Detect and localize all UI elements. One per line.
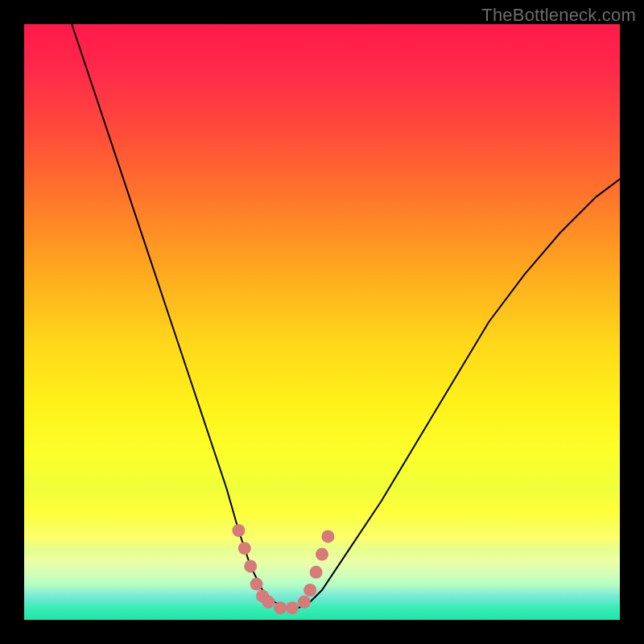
plot-area	[24, 24, 620, 620]
marker-dot	[244, 559, 257, 572]
marker-group	[232, 524, 334, 614]
chart-svg	[24, 24, 620, 620]
marker-dot	[238, 542, 251, 555]
marker-dot	[286, 601, 299, 614]
marker-dot	[310, 566, 323, 579]
marker-dot	[316, 548, 328, 561]
marker-dot	[298, 596, 311, 609]
curve-path	[72, 24, 620, 608]
marker-dot	[262, 596, 275, 609]
chart-frame: TheBottleneck.com	[0, 0, 644, 644]
marker-dot	[250, 578, 263, 591]
watermark-text: TheBottleneck.com	[481, 5, 636, 26]
marker-dot	[232, 524, 245, 537]
marker-dot	[274, 601, 287, 614]
marker-dot	[321, 530, 334, 543]
marker-dot	[303, 584, 316, 597]
